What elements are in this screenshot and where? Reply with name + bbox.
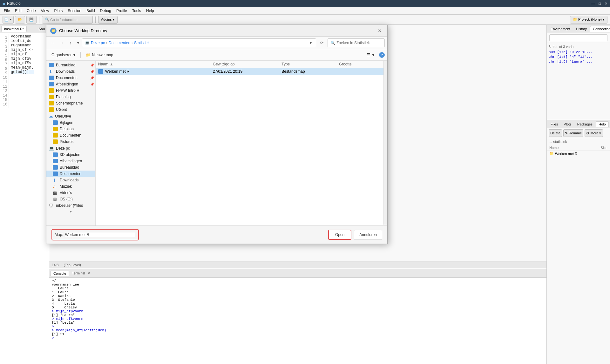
- console-line-6: 4 Leyla: [52, 302, 544, 306]
- console-cmd-2: > mijn_df$voorn: [52, 317, 544, 321]
- breadcrumb-expand-btn[interactable]: ▼: [308, 40, 313, 45]
- sidebar-item-onedrive-header[interactable]: ☁ OneDrive: [46, 113, 95, 119]
- organize-btn[interactable]: Organiseren ▾: [49, 52, 78, 58]
- tab-connections[interactable]: Connections: [590, 26, 610, 32]
- network-icon: [49, 203, 54, 208]
- col-size-header[interactable]: Grootte: [339, 62, 385, 66]
- sidebar-item-documenten-pc[interactable]: Documenten: [46, 171, 95, 177]
- menu-code[interactable]: Code: [24, 8, 38, 14]
- view-toggle-btn[interactable]: ☰ ▼: [364, 52, 378, 58]
- sidebar-item-muziek[interactable]: ♫ Muziek: [46, 183, 95, 190]
- sidebar-item-planning[interactable]: Planning: [46, 94, 95, 100]
- menu-tools[interactable]: Tools: [130, 8, 144, 14]
- menu-debug[interactable]: Debug: [98, 8, 114, 14]
- file-row-werken[interactable]: Werken met R 27/01/2021 20:19 Bestandsma…: [96, 68, 387, 75]
- refresh-btn[interactable]: ⟳: [317, 38, 326, 47]
- goto-input[interactable]: 🔍 Go to file/function: [42, 16, 93, 24]
- menu-profile[interactable]: Profile: [114, 8, 130, 14]
- menu-session[interactable]: Session: [65, 8, 84, 14]
- env-search[interactable]: [549, 34, 607, 41]
- sidebar-item-bureaublad-pc[interactable]: Bureaublad: [46, 164, 95, 171]
- save-btn[interactable]: 💾: [26, 16, 37, 24]
- env-val-2: chr [1:5] "4" "12"...: [549, 55, 593, 59]
- files-list-item[interactable]: 📁 Werken met R: [547, 151, 610, 157]
- app-title: RStudio: [7, 1, 21, 6]
- back-btn[interactable]: ←: [49, 39, 57, 47]
- sidebar-item-network[interactable]: mbeelaer (\\files: [46, 202, 95, 209]
- console-line-1: voornamen lee: [52, 283, 544, 286]
- recent-locations-btn[interactable]: ▼: [76, 40, 81, 45]
- sidebar-item-bureaublad[interactable]: Bureaublad 📌: [46, 62, 95, 68]
- tab-packages[interactable]: Packages: [575, 122, 595, 127]
- code-editor[interactable]: 12345 678910 1112131415 16 voornamen lee…: [0, 33, 49, 364]
- more-btn[interactable]: ⚙ More ▾: [585, 129, 603, 137]
- rename-btn[interactable]: ✎ Rename: [563, 129, 584, 137]
- forward-btn[interactable]: →: [58, 39, 65, 47]
- sidebar-item-documenten-pinned[interactable]: Documenten 📌: [46, 75, 95, 81]
- tab-environment[interactable]: Environment: [548, 26, 573, 31]
- dialog-close-btn[interactable]: ✕: [376, 27, 383, 35]
- sidebar-item-videos[interactable]: 🎬 Video's: [46, 190, 95, 196]
- addins-btn[interactable]: Addins ▾: [98, 16, 118, 24]
- up-btn[interactable]: ↑: [67, 39, 74, 47]
- new-folder-label: Nieuwe map: [92, 53, 113, 57]
- menu-plots[interactable]: Plots: [52, 8, 65, 14]
- menu-help[interactable]: Help: [144, 8, 157, 14]
- sidebar-item-afbeeldingen-pinned[interactable]: Afbeeldingen 📌: [46, 81, 95, 87]
- menu-build[interactable]: Build: [84, 8, 98, 14]
- sidebar-item-deze-pc-header[interactable]: 💻 Deze pc: [46, 145, 95, 152]
- tab-history[interactable]: History: [573, 26, 589, 31]
- project-btn[interactable]: 📁 Project: (None) ▾: [570, 16, 607, 24]
- menu-edit[interactable]: Edit: [12, 8, 24, 14]
- open-button[interactable]: Open: [328, 230, 351, 240]
- col-name-header[interactable]: Naam ▲: [98, 62, 213, 66]
- breadcrumb-item-documenten[interactable]: Documenten: [109, 41, 130, 45]
- open-file-btn[interactable]: 📂: [15, 16, 25, 24]
- sidebar-item-scherm[interactable]: Schermopname: [46, 100, 95, 106]
- sidebar-item-ugent[interactable]: UGent: [46, 106, 95, 113]
- sidebar-item-downloads-pc[interactable]: ⬇ Downloads: [46, 177, 95, 183]
- breadcrumb-item-pc[interactable]: Deze pc: [91, 41, 105, 45]
- close-btn[interactable]: ✕: [605, 2, 607, 6]
- rename-label: Rename: [569, 131, 582, 135]
- cancel-button[interactable]: Annuleren: [354, 230, 382, 240]
- sidebar-item-osc[interactable]: OS (C:): [46, 196, 95, 202]
- delete-btn[interactable]: Delete: [549, 129, 562, 137]
- help-btn[interactable]: ?: [379, 52, 385, 58]
- tab-plots[interactable]: Plots: [561, 122, 574, 127]
- console-tab[interactable]: Console: [51, 271, 69, 276]
- search-input[interactable]: [336, 41, 381, 45]
- terminal-tab[interactable]: Terminal ✕: [69, 270, 93, 276]
- console-content[interactable]: ~/ voornamen lee Laura 1 Laura 2 Danira …: [49, 278, 546, 364]
- open-label: Open: [335, 233, 344, 237]
- map-input[interactable]: [65, 233, 135, 237]
- dialog-scrollbar[interactable]: [383, 61, 387, 225]
- editor-level: (Top Level): [64, 263, 81, 267]
- col-modified-header[interactable]: Gewijzigd op: [213, 62, 281, 66]
- menu-view[interactable]: View: [38, 8, 52, 14]
- tab-files[interactable]: Files: [548, 122, 560, 127]
- tab-help[interactable]: Help: [596, 121, 609, 127]
- editor-tab-basketbal[interactable]: basketbal.R*: [1, 26, 27, 32]
- sidebar-item-3d[interactable]: 3D-objecten: [46, 152, 95, 158]
- sidebar-item-pictures[interactable]: Pictures: [46, 138, 95, 145]
- source-tab-label: Sou: [38, 27, 45, 31]
- new-folder-btn[interactable]: 📁 Nieuwe map: [83, 52, 116, 58]
- col-type-header[interactable]: Type: [281, 62, 339, 66]
- sidebar-item-bijlagen[interactable]: Bijlagen: [46, 119, 95, 126]
- maximize-btn[interactable]: □: [599, 2, 601, 6]
- menu-file[interactable]: File: [1, 8, 12, 14]
- sidebar-item-documenten-od[interactable]: Documenten: [46, 132, 95, 138]
- new-file-btn[interactable]: 📄▼: [3, 16, 14, 24]
- sidebar-item-afbeeldingen-pc[interactable]: Afbeeldingen: [46, 158, 95, 164]
- breadcrumb-item-statistiek[interactable]: Statistiek: [134, 41, 150, 45]
- sidebar-item-downloads-pinned[interactable]: ⬇ Downloads 📌: [46, 68, 95, 75]
- project-label: Project: (None) ▾: [578, 17, 605, 22]
- sidebar-item-fppw[interactable]: FPPW Intro R: [46, 87, 95, 94]
- sidebar-item-desktop[interactable]: Desktop: [46, 126, 95, 132]
- minimize-btn[interactable]: —: [591, 2, 595, 6]
- downloads-icon-pinned: ⬇: [49, 69, 54, 74]
- bureaublad-pc-icon: [53, 165, 58, 170]
- files-toolbar: Delete ✎ Rename ⚙ More ▾: [547, 128, 610, 138]
- bijlagen-label: Bijlagen: [60, 120, 73, 125]
